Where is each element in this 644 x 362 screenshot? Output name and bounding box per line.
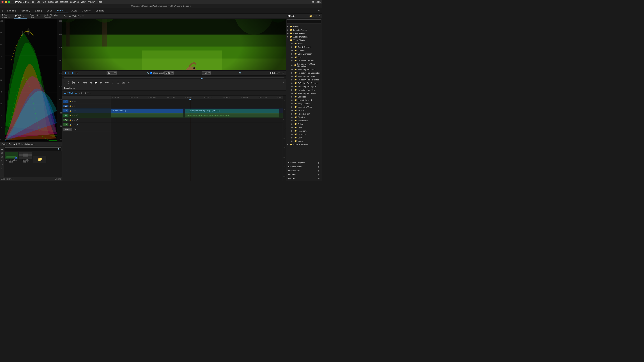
tab-editing[interactable]: Editing <box>33 9 44 13</box>
a1-solo-icon[interactable]: S <box>74 115 75 116</box>
project-search-bar[interactable]: 🔍 <box>5 147 62 151</box>
track-select-tool[interactable]: ⊳ <box>81 92 83 94</box>
menu-file[interactable]: File <box>31 1 34 3</box>
a1-mute-icon[interactable]: M <box>72 115 73 116</box>
tab-audio-clip-mixer[interactable]: Audio Clip Mixer: Tudorific <box>44 14 61 19</box>
effect-sub-fxpro-blur[interactable]: ▶ 📁 FxFactory Pro Blur <box>286 59 322 62</box>
effects-search-input[interactable] <box>288 21 320 23</box>
effect-sub-keying[interactable]: ▶ 📁 Keying <box>286 109 322 112</box>
a2-lock-icon[interactable]: 🔒 <box>69 119 71 121</box>
a2-mute-icon[interactable]: M <box>72 119 73 121</box>
add-button[interactable]: + <box>283 81 284 84</box>
a1-lock-icon[interactable]: 🔒 <box>69 115 71 116</box>
effect-sub-fxpro-video[interactable]: ▶ 📁 FxFactory Pro Video <box>286 92 322 95</box>
tab-lumetri-scopes[interactable]: Lumetri Scopes ☰ <box>14 13 27 19</box>
effect-sub-perspective[interactable]: ▶ 📁 Perspective <box>286 119 322 122</box>
menu-sequence[interactable]: Sequence <box>48 1 58 3</box>
v3-lock-icon[interactable]: 🔒 <box>69 100 71 102</box>
effect-sub-fxpro-glow[interactable]: ▶ 📁 FxFactory Pro Glow <box>286 74 322 78</box>
effect-sub-fxpro-color[interactable]: ▶ 📁 FxFactory Pro Color Correction <box>286 62 322 68</box>
a3-lock-icon[interactable]: 🔒 <box>69 124 71 126</box>
media-browser-tab[interactable]: Media Browser <box>22 143 34 145</box>
v1-sync-icon[interactable]: ⊙ <box>72 110 73 112</box>
effect-category-video-transitions[interactable]: ▶ 📁 Video Transitions <box>286 143 322 146</box>
zoom-icon[interactable]: 🔍 <box>239 72 242 74</box>
markers-item[interactable]: Markers ▶ <box>287 177 321 180</box>
new-bin-icon[interactable]: 📁 <box>309 15 312 17</box>
panel-menu-icon[interactable]: ⋮ <box>318 15 320 17</box>
clip-tudors-v1[interactable]: 18 - The Tudors [V] <box>111 109 183 113</box>
effect-sub-utility[interactable]: ▶ 📁 Utility <box>286 136 322 139</box>
a1-record-icon[interactable]: 🎤 <box>76 115 78 116</box>
project-search-input[interactable] <box>6 148 58 150</box>
tab-graphics[interactable]: Graphics <box>80 9 93 13</box>
a2-solo-icon[interactable]: S <box>74 119 75 121</box>
project-title-tab[interactable]: Project: Tudors_1 <box>2 143 17 145</box>
effect-sub-fxpro-halftones[interactable]: ▶ 📁 FxFactory Pro Halftones <box>286 78 322 81</box>
find-effects-icon[interactable]: ⌕ <box>313 15 314 17</box>
effect-category-video-effects[interactable]: ▼ 📁 Video Effects <box>286 38 322 42</box>
effect-sub-channel[interactable]: ▶ 📁 Channel <box>286 49 322 52</box>
monitor-scrubber[interactable] <box>62 75 286 79</box>
sort-tool[interactable]: ⇅ <box>0 159 4 162</box>
insert-button[interactable]: ⬚ <box>111 81 115 84</box>
tab-audio[interactable]: Audio <box>69 9 79 13</box>
v2-eye-icon[interactable]: 👁 <box>74 105 76 107</box>
play-button[interactable]: ▶ <box>94 80 98 85</box>
quality-select[interactable]: Full 1/2 1/4 <box>202 71 210 74</box>
expand-panel-icon[interactable]: >> <box>59 143 61 145</box>
list-item[interactable]: Tudoriffic 4;51;07 <box>19 152 32 163</box>
clip-squirrels-v1[interactable]: 13 - Looking for Squirrels (15-May-11).M… <box>185 109 279 113</box>
v3-sync-icon[interactable]: ⊙ <box>72 100 73 102</box>
go-to-in-button[interactable]: |◀ <box>71 81 76 84</box>
tab-source-no-clips[interactable]: Source: (no clips) <box>29 14 41 19</box>
menu-help[interactable]: Help <box>98 1 102 3</box>
menu-graphics[interactable]: Graphics <box>70 1 79 3</box>
effect-sub-transition[interactable]: ▶ 📁 Transition <box>286 132 322 136</box>
tab-learning[interactable]: Learning <box>5 9 18 13</box>
maximize-button[interactable] <box>8 1 10 3</box>
play-out-button[interactable]: ▶ <box>99 81 103 84</box>
step-forward-button[interactable]: ◀ <box>89 81 92 84</box>
selection-tool[interactable]: ↖ <box>78 92 80 94</box>
effect-category-audio-effects[interactable]: ▶ 📁 Audio Effects <box>286 31 322 35</box>
menu-markers[interactable]: Markers <box>60 1 68 3</box>
tab-color[interactable]: Color <box>44 9 54 13</box>
fast-forward-button[interactable]: ▶▶ <box>104 81 110 84</box>
fit-dropdown-arrow[interactable]: ▾ <box>117 72 118 74</box>
effect-sub-fxpro-generators[interactable]: ▶ 📁 FxFactory Pro Generators <box>286 71 322 74</box>
menu-view[interactable]: View <box>81 1 86 3</box>
effect-sub-fxpro-stylize[interactable]: ▶ 📁 FxFactory Pro Stylize <box>286 85 322 88</box>
effects-tab-menu-icon[interactable]: ☰ <box>65 10 66 12</box>
effects-search-bar[interactable] <box>287 19 321 24</box>
minimize-button[interactable] <box>5 1 7 3</box>
effect-sub-blur[interactable]: ▶ 📁 Blur & Sharpen <box>286 45 322 49</box>
export-frame-button[interactable]: 📷 <box>122 81 126 84</box>
effect-sub-immersive-video[interactable]: ▶ 📁 Immersive Video <box>286 105 322 109</box>
effect-sub-color-correction[interactable]: ▶ 📁 Color Correction <box>286 52 322 55</box>
a3-mute-icon[interactable]: M <box>72 124 73 126</box>
slip-tool[interactable]: ↔ <box>90 92 92 94</box>
timeline-timecode[interactable]: 00;03;30;15 <box>64 92 77 94</box>
close-button[interactable] <box>2 1 4 3</box>
go-to-out-button[interactable]: ▶| <box>77 81 81 84</box>
bit-depth-select[interactable]: 8 Bit <box>164 71 174 74</box>
effect-sub-generate[interactable]: ▶ 📁 Generate <box>286 95 322 98</box>
effect-sub-hawaiki[interactable]: ▶ 📁 Hawaiki Keyer 4 <box>286 98 322 102</box>
essential-graphics-item[interactable]: Essential Graphics ▶ <box>287 161 321 164</box>
window-controls[interactable] <box>2 1 10 3</box>
tab-effects[interactable]: Effects ☰ <box>55 8 69 13</box>
list-view-icon[interactable]: ☰ <box>315 15 317 17</box>
essential-sound-item[interactable]: Essential Sound ▶ <box>287 165 321 168</box>
more-workspaces-button[interactable]: >> <box>318 9 320 12</box>
apple-menu[interactable]:  <box>12 0 13 3</box>
v3-eye-icon[interactable]: 👁 <box>74 100 76 102</box>
list-item[interactable]: 18 18 - The Tudors 31;25 <box>5 152 18 163</box>
v1-lock-icon[interactable]: 🔒 <box>69 110 71 112</box>
project-panel-icon[interactable]: ☰ <box>18 143 20 145</box>
effect-sub-stylize[interactable]: ▶ 📁 Stylize <box>286 122 322 126</box>
a2-record-icon[interactable]: 🎤 <box>76 119 78 121</box>
menu-clip[interactable]: Clip <box>42 1 46 3</box>
find-tool[interactable]: ⌕ <box>0 167 4 170</box>
monitor-timecode-in[interactable]: 00;03;30;15 <box>64 72 78 74</box>
